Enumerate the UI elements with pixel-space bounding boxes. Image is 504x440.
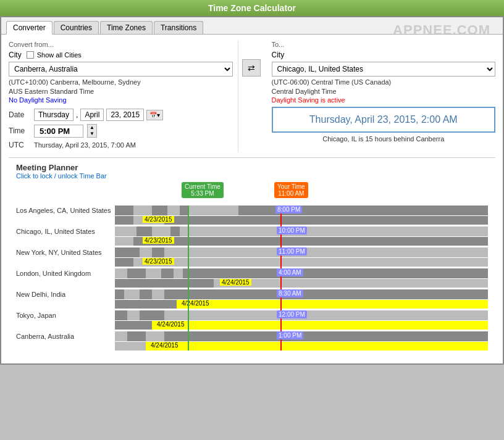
city-timeline-row: London, United Kingdom 4:00 AM [16, 268, 488, 278]
from-city-row: City Show all Cities [9, 51, 233, 59]
mp-row-new-york: New York, NY, United States 11:00 PM 4/2 [16, 247, 488, 267]
time-badge: 12:00 PM [277, 310, 307, 318]
date-label: 4/23/2015 [143, 216, 174, 223]
from-panel: Convert from... City Show all Cities Can… [9, 41, 238, 152]
time-spin-down[interactable]: ▼ [88, 131, 96, 137]
time-row: Time ▲ ▼ [9, 124, 233, 138]
current-time-label: Current Time [185, 183, 220, 190]
show-all-label: Show all Cities [37, 51, 82, 59]
city-name: New Delhi, India [16, 291, 115, 298]
to-tz-info: (UTC-06:00) Central Time (US Canada) [272, 78, 496, 86]
city-name: Canberra, Australia [16, 333, 115, 340]
utc-row: UTC Thursday, April 23, 2015, 7:00 AM [9, 141, 233, 149]
city-name: Chicago, IL, United States [16, 228, 115, 235]
current-time-badge: Current Time 5:33 PM [182, 182, 224, 198]
utc-label: UTC [9, 141, 30, 149]
date-label: 4/24/2015 [220, 279, 251, 286]
watermark: APPNEE.COM [393, 22, 490, 38]
time-badge: 10:00 PM [277, 226, 307, 235]
city-name: New York, NY, United States [16, 249, 115, 256]
calendar-button[interactable]: 📅▾ [146, 110, 163, 120]
tab-converter[interactable]: Converter [6, 21, 52, 35]
tab-timezones[interactable]: Time Zones [100, 21, 153, 34]
date-label: 4/23/2015 [143, 258, 174, 265]
behind-text: Chicago, IL is 15 hours behind Canberra [272, 135, 496, 143]
date-label: 4/24/2015 [180, 300, 211, 307]
time-badge: 8:30 AM [277, 289, 303, 297]
mp-row-london: London, United Kingdom 4:00 AM [16, 268, 488, 288]
city-timeline-row: Tokyo, Japan 12:00 PM [16, 310, 488, 320]
your-time-value: 11:00 AM [277, 190, 305, 197]
to-tz-name: Central Daylight Time [272, 88, 496, 95]
from-label: Convert from... [9, 41, 233, 48]
tab-countries[interactable]: Countries [54, 21, 99, 34]
your-time-label: Your Time [277, 183, 305, 190]
result-value: Thursday, April 23, 2015, 2:00 AM [309, 114, 458, 125]
mp-row-canberra: Canberra, Australia 1:00 PM 4/24/2015 [16, 331, 488, 351]
your-time-badge: Your Time 11:00 AM [274, 182, 308, 198]
date-num[interactable]: 23, 2015 [106, 109, 144, 121]
from-city-select[interactable]: Canberra, Australia [9, 62, 233, 77]
to-city-label: City [272, 51, 285, 59]
current-time-value: 5:33 PM [185, 190, 220, 197]
app-title: Time Zone Calculator [208, 3, 296, 13]
mp-row-los-angeles: Los Angeles, CA, United States 8:00 PM [16, 205, 488, 225]
to-panel: To... City Chicago, IL, United States (U… [264, 41, 496, 143]
date-label: 4/24/2015 [149, 342, 180, 349]
swap-column: ⇄ [238, 59, 264, 78]
city-timeline-row: Canberra, Australia 1:00 PM [16, 331, 488, 341]
meeting-planner: Meeting Planner Click to lock / unlock T… [9, 163, 495, 357]
convert-panels: Convert from... City Show all Cities Can… [9, 41, 495, 152]
date-day[interactable]: Thursday [34, 109, 74, 121]
mp-row-new-delhi: New Delhi, India 8:30 AM [16, 289, 488, 309]
date-label: Date [9, 110, 30, 119]
city-name: Tokyo, Japan [16, 312, 115, 319]
time-label: Time [9, 127, 30, 135]
mp-row-chicago: Chicago, IL, United States 10:00 PM [16, 226, 488, 246]
city-name: Los Angeles, CA, United States [16, 207, 115, 214]
time-badge: 11:00 PM [277, 247, 307, 255]
from-tz-name: AUS Eastern Standard Time [9, 88, 233, 95]
city-timeline-row: New Delhi, India 8:30 AM [16, 289, 488, 299]
city-timeline-row: New York, NY, United States 11:00 PM [16, 247, 488, 257]
to-daylight: Daylight Saving is active [272, 96, 496, 104]
time-badge: 1:00 PM [277, 331, 303, 339]
from-daylight: No Daylight Saving [9, 96, 233, 104]
date-month[interactable]: April [80, 109, 104, 121]
mp-subtitle[interactable]: Click to lock / unlock Time Bar [16, 172, 488, 180]
result-box: Thursday, April 23, 2015, 2:00 AM [272, 107, 496, 133]
city-timeline-row: Chicago, IL, United States 10:00 PM [16, 226, 488, 236]
date-comma: , [76, 110, 78, 119]
main-window: APPNEE.COM Converter Countries Time Zone… [0, 16, 504, 365]
to-label: To... [272, 41, 496, 48]
show-all-checkbox[interactable] [27, 51, 34, 59]
show-all-cities-toggle[interactable]: Show all Cities [27, 51, 82, 59]
date-row: Date Thursday , April 23, 2015 📅▾ [9, 109, 233, 121]
time-spin-up[interactable]: ▲ [88, 125, 96, 131]
from-tz-info: (UTC+10:00) Canberra, Melbourne, Sydney [9, 78, 233, 86]
time-badge: 4:00 AM [277, 268, 303, 276]
time-badge: 8:00 PM [275, 205, 302, 214]
time-spinner[interactable]: ▲ ▼ [87, 124, 97, 138]
date-label: 4/23/2015 [143, 237, 174, 244]
swap-button[interactable]: ⇄ [242, 59, 261, 77]
city-timeline-row: Los Angeles, CA, United States 8:00 PM [16, 205, 488, 215]
to-city-row: City [272, 51, 496, 59]
city-name: London, United Kingdom [16, 270, 115, 277]
time-input[interactable] [34, 125, 83, 138]
mp-row-tokyo: Tokyo, Japan 12:00 PM 4/24/2015 [16, 310, 488, 330]
divider [9, 157, 495, 158]
utc-value: Thursday, April 23, 2015, 7:00 AM [34, 141, 136, 149]
tab-transitions[interactable]: Transitions [154, 21, 203, 34]
timeline-area: Current Time 5:33 PM Your Time 11:00 AM … [16, 182, 488, 351]
from-city-label: City [9, 51, 22, 59]
converter-panel: Convert from... City Show all Cities Can… [1, 35, 503, 363]
to-city-select[interactable]: Chicago, IL, United States [272, 62, 496, 77]
current-time-line [188, 205, 189, 351]
date-label: 4/24/2015 [155, 321, 187, 328]
title-bar: Time Zone Calculator [0, 0, 504, 16]
date-time-section: Date Thursday , April 23, 2015 📅▾ Time [9, 109, 233, 149]
mp-title: Meeting Planner [16, 163, 488, 172]
date-display: Thursday , April 23, 2015 📅▾ [34, 109, 163, 121]
